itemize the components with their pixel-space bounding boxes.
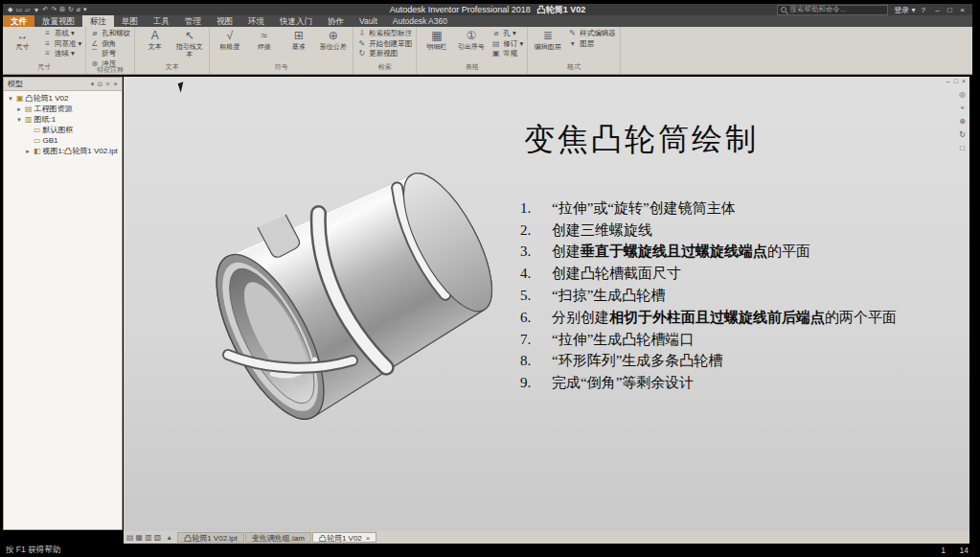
step-item[interactable]: 9.完成“倒角”等剩余设计 (520, 372, 951, 394)
print-icon[interactable]: ⊞ (59, 6, 65, 13)
step-item[interactable]: 3.创建垂直于螺旋线且过螺旋线端点的平面 (520, 242, 951, 264)
redo-icon[interactable]: ↷ (51, 6, 57, 13)
layer-dropdown[interactable]: ▾图层 (568, 39, 616, 49)
sign-in-button[interactable]: 登录 ▾ (894, 5, 915, 15)
new-file-icon[interactable]: ▭ (15, 6, 22, 13)
step-item[interactable]: 5.“扫掠”生成凸轮槽 (520, 285, 951, 307)
ribbon-tab[interactable]: 文件 (3, 15, 34, 27)
doc-close-icon[interactable]: × (962, 78, 966, 84)
ordinate-dimension-button[interactable]: ≡同基准 ▾ (43, 39, 81, 49)
expander-open-icon[interactable]: ▾ (15, 116, 23, 124)
arrange-vertical-icon[interactable]: ▧ (154, 533, 162, 542)
ribbon-tab[interactable]: 草图 (114, 15, 146, 27)
orbit-icon[interactable]: ↻ (959, 130, 966, 139)
parts-list-button[interactable]: ▦明细栏 (421, 29, 452, 51)
surface-texture-button[interactable]: √粗糙度 (214, 29, 245, 51)
ribbon-tab[interactable]: 协作 (320, 15, 352, 27)
open-file-icon[interactable]: ▱ (25, 6, 30, 13)
document-tab[interactable]: 凸轮筒1 V02.ipt (177, 532, 244, 543)
undo-icon[interactable]: ↶ (42, 6, 48, 13)
update-icon[interactable]: ↻ (68, 6, 74, 13)
ribbon-tab[interactable]: 视图 (209, 15, 240, 27)
navigation-wheel-icon[interactable]: ◎ (959, 90, 966, 99)
ribbon-tab[interactable]: 管理 (177, 15, 209, 27)
browser-close-icon[interactable]: × (113, 80, 118, 88)
panel-label[interactable]: 特征注释 (90, 64, 130, 77)
tree-item[interactable]: ▸▤工程图资源 (4, 104, 122, 114)
drawing-canvas[interactable]: 变焦凸轮筒绘制 1.“拉伸”或“旋转”创建镜筒主体2.创建三维螺旋线3.创建垂直… (124, 77, 969, 531)
zoom-icon[interactable]: ⊕ (959, 117, 966, 126)
step-item[interactable]: 2.创建三维螺旋线 (520, 220, 951, 242)
tree-item[interactable]: ▾▣凸轮筒1 V02 (4, 93, 122, 104)
inventor-logo-icon[interactable]: ◆ (8, 6, 12, 13)
revision-table-button[interactable]: ▤修订 ▾ (491, 39, 523, 49)
save-icon[interactable]: ▼ (33, 7, 39, 13)
look-at-icon[interactable]: □ (960, 144, 965, 152)
welding-symbol-button[interactable]: ≈焊接 (248, 29, 280, 51)
leader-text-button[interactable]: ↖指引线文本 (173, 29, 205, 58)
tree-item[interactable]: ▭GB1 (4, 135, 122, 146)
edit-layers-button[interactable]: ≣编辑图层 (532, 29, 563, 51)
update-views-button[interactable]: ↻更新视图 (357, 49, 412, 58)
balloon-button[interactable]: ①引出序号 (455, 29, 487, 51)
tree-item[interactable]: ▸◧视图1:凸轮筒1 V02.ipt (4, 146, 122, 156)
chain-dimension-button[interactable]: ≡连续 ▾ (43, 49, 81, 58)
document-tab[interactable]: 凸轮筒1 V02× (312, 532, 377, 543)
browser-filter-icon[interactable]: ▾ (91, 81, 95, 88)
arrange-cascade-icon[interactable]: ▤ (126, 533, 134, 542)
appearance-dropdown-icon[interactable]: ▾ (83, 6, 87, 13)
pan-icon[interactable]: + (960, 104, 965, 112)
step-item[interactable]: 7.“拉伸”生成凸轮槽端口 (520, 329, 951, 351)
expander-closed-icon[interactable]: ▸ (24, 148, 32, 155)
retrieve-model-annotations-button[interactable]: ⇩检索模型标注 (357, 29, 412, 38)
panel-label[interactable]: 符号 (214, 61, 349, 74)
collapse-tabs-icon[interactable]: ▲ (166, 534, 172, 541)
general-table-button[interactable]: ▣常规 (491, 49, 523, 58)
styles-editor-button[interactable]: ✎样式编辑器 (568, 29, 616, 38)
ribbon-tab[interactable]: 标注 (82, 15, 114, 27)
ribbon-tab[interactable]: 环境 (240, 15, 272, 27)
step-item[interactable]: 4.创建凸轮槽截面尺寸 (520, 263, 951, 285)
datum-identifier-button[interactable]: ⊞基准 (283, 29, 314, 51)
help-button[interactable]: ? (922, 6, 925, 14)
dimension-button[interactable]: ↔尺寸 (7, 29, 38, 51)
baseline-dimension-button[interactable]: ≡基线 ▾ (43, 29, 81, 38)
panel-label[interactable]: 检索 (357, 61, 412, 74)
doc-minimize-icon[interactable]: – (946, 78, 950, 84)
doc-restore-icon[interactable]: □ (954, 78, 958, 84)
browser-header[interactable]: 模型 ▾⊙≡ × (4, 78, 122, 91)
close-icon[interactable]: × (366, 533, 371, 542)
close-button[interactable]: × (956, 6, 969, 14)
panel-label[interactable]: 文本 (139, 61, 205, 74)
text-button[interactable]: A文本 (139, 29, 171, 58)
document-tab[interactable]: 变焦调焦组.iam (245, 532, 311, 543)
step-item[interactable]: 8.“环形阵列”生成多条凸轮槽 (520, 351, 951, 373)
start-sketch-button[interactable]: ✎开始创建草图 (357, 39, 412, 49)
panel-label[interactable]: 尺寸 (7, 61, 81, 74)
arrange-horizontal-icon[interactable]: ▥ (145, 533, 152, 542)
feature-control-frame-button[interactable]: ⊕形位公差 (317, 29, 349, 51)
panel-label[interactable]: 表格 (421, 61, 523, 74)
arrange-tile-icon[interactable]: ▦ (136, 533, 144, 542)
expander-open-icon[interactable]: ▾ (7, 95, 14, 103)
tree-item[interactable]: ▭默认图框 (4, 125, 122, 135)
bend-note-button[interactable]: ⌒折弯 (90, 49, 130, 58)
minimize-button[interactable]: – (931, 6, 944, 14)
step-item[interactable]: 1.“拉伸”或“旋转”创建镜筒主体 (520, 197, 951, 220)
restore-button[interactable]: □ (944, 6, 956, 14)
expander-closed-icon[interactable]: ▸ (15, 105, 23, 113)
chamfer-note-button[interactable]: ∠倒角 (90, 39, 130, 49)
ribbon-tab[interactable]: 快速入门 (272, 15, 320, 27)
ribbon-tab[interactable]: 工具 (146, 15, 177, 27)
tree-item[interactable]: ▾▥图纸:1 (4, 114, 122, 125)
ribbon-tab[interactable]: Autodesk A360 (385, 15, 455, 27)
hole-thread-note-button[interactable]: ⌀孔和螺纹 (90, 29, 130, 38)
cam-barrel-model[interactable] (171, 125, 535, 451)
browser-search-icon[interactable]: ⊙ (97, 81, 103, 88)
steps-list[interactable]: 1.“拉伸”或“旋转”创建镜筒主体2.创建三维螺旋线3.创建垂直于螺旋线且过螺旋… (520, 197, 951, 394)
step-item[interactable]: 6.分别创建相切于外柱面且过螺旋线前后端点的两个平面 (520, 307, 951, 329)
measure-icon[interactable]: ⌀ (77, 6, 80, 13)
panel-label[interactable]: 格式 (532, 61, 616, 74)
ribbon-tab[interactable]: 放置视图 (34, 15, 82, 27)
sheet-title-text[interactable]: 变焦凸轮筒绘制 (524, 119, 759, 161)
